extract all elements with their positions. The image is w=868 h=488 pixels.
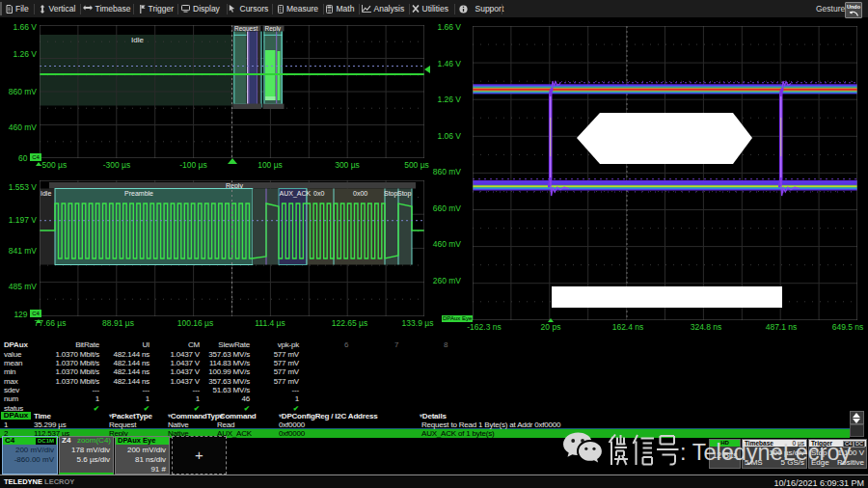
svg-text:Preamble: Preamble	[124, 190, 153, 197]
svg-text:Reply: Reply	[265, 25, 282, 33]
svg-text:0x0: 0x0	[313, 190, 324, 197]
svg-text:Stop: Stop	[397, 190, 412, 198]
svg-text:Idle: Idle	[41, 190, 51, 197]
svg-text:Stop: Stop	[384, 190, 398, 198]
svg-text:0x00: 0x00	[353, 190, 367, 197]
svg-text:Request: Request	[234, 25, 258, 33]
svg-text:AUX_ACK: AUX_ACK	[280, 190, 312, 198]
svg-text:: TeledyneLecroy: : TeledyneLecroy	[680, 440, 851, 465]
